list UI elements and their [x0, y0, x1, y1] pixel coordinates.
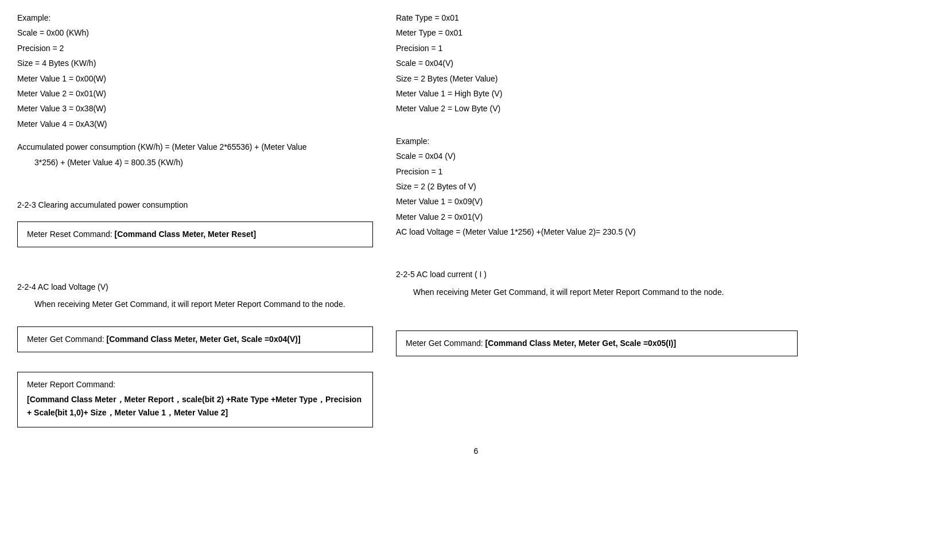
left-column: Example: Scale = 0x00 (KWh) Precision = … [17, 11, 373, 433]
boxed-223-bold: [Command Class Meter, Meter Reset] [115, 230, 257, 239]
two-column-layout: Example: Scale = 0x00 (KWh) Precision = … [17, 11, 935, 433]
rate-type: Rate Type = 0x01 [396, 11, 798, 24]
boxed-224: Meter Get Command: [Command Class Meter,… [17, 326, 373, 352]
size-right: Size = 2 Bytes (Meter Value) [396, 72, 798, 85]
precision-2: Precision = 2 [17, 42, 373, 55]
boxed-223-plain: Meter Reset Command: [27, 230, 115, 239]
boxed-report-label: Meter Report Command: [27, 378, 363, 391]
scale-right: Scale = 0x04(V) [396, 57, 798, 69]
scale-kwh: Scale = 0x00 (KWh) [17, 26, 373, 39]
right-column: Rate Type = 0x01 Meter Type = 0x01 Preci… [396, 11, 798, 433]
mv4-left: Meter Value 4 = 0xA3(W) [17, 118, 373, 130]
boxed-225-bold: [Command Class Meter, Meter Get, Scale =… [485, 339, 677, 348]
mv1-right: Meter Value 1 = High Byte (V) [396, 87, 798, 100]
ex-mv1: Meter Value 1 = 0x09(V) [396, 195, 798, 208]
page-number: 6 [17, 445, 935, 457]
example-label-left: Example: [17, 11, 373, 24]
ex-size: Size = 2 (2 Bytes of V) [396, 180, 798, 193]
precision-right: Precision = 1 [396, 42, 798, 55]
example-label-right: Example: [396, 135, 798, 147]
boxed-223: Meter Reset Command: [Command Class Mete… [17, 221, 373, 247]
boxed-report: Meter Report Command: [Command Class Met… [17, 372, 373, 427]
formula-line1: Accumulated power consumption (KW/h) = (… [17, 141, 373, 153]
page-container: Example: Scale = 0x00 (KWh) Precision = … [17, 11, 935, 457]
ex-formula: AC load Voltage = (Meter Value 1*256) +(… [396, 225, 798, 238]
boxed-225-plain: Meter Get Command: [406, 339, 485, 348]
boxed-225: Meter Get Command: [Command Class Meter,… [396, 330, 798, 356]
section-224-desc: When receiving Meter Get Command, it wil… [34, 298, 373, 310]
section-225-desc: When receiving Meter Get Command, it wil… [413, 286, 798, 298]
mv1-left: Meter Value 1 = 0x00(W) [17, 72, 373, 85]
mv2-right: Meter Value 2 = Low Byte (V) [396, 102, 798, 115]
mv3-left: Meter Value 3 = 0x38(W) [17, 102, 373, 115]
meter-type: Meter Type = 0x01 [396, 26, 798, 39]
ex-precision: Precision = 1 [396, 165, 798, 178]
boxed-224-bold: [Command Class Meter, Meter Get, Scale =… [107, 335, 301, 344]
section-224-title: 2-2-4 AC load Voltage (V) [17, 281, 373, 293]
ex-mv2: Meter Value 2 = 0x01(V) [396, 211, 798, 223]
section-223-title: 2-2-3 Clearing accumulated power consump… [17, 199, 373, 211]
boxed-report-bold: [Command Class Meter，Meter Report，scale(… [27, 393, 363, 419]
size-4bytes: Size = 4 Bytes (KW/h) [17, 57, 373, 69]
mv2-left: Meter Value 2 = 0x01(W) [17, 87, 373, 100]
formula-line2: 3*256) + (Meter Value 4) = 800.35 (KW/h) [34, 156, 373, 169]
section-225-title: 2-2-5 AC load current ( I ) [396, 268, 798, 281]
boxed-224-plain: Meter Get Command: [27, 335, 107, 344]
ex-scale: Scale = 0x04 (V) [396, 150, 798, 162]
